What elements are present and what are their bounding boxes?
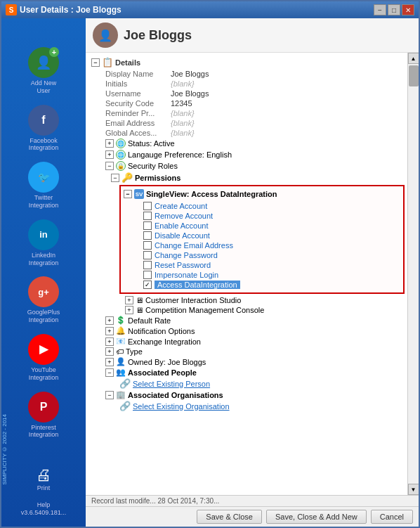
perm-checkbox-create[interactable]	[143, 202, 152, 210]
sidebar-item-youtube[interactable]: ▶ YouTubeIntegration	[1, 330, 86, 386]
perm-checkbox-access-datainteg[interactable]: ✓	[143, 281, 152, 289]
youtube-icon: ▶	[28, 334, 59, 365]
sidebar-label-facebook: FacebookIntegration	[29, 137, 59, 153]
tree-row-language: + 🌐 Langauge Preference: English	[105, 149, 405, 160]
associated-orgs-expand[interactable]: −	[105, 391, 114, 399]
scrollbar: ▲ ▼	[407, 53, 419, 495]
field-row-global-access: Global Acces... {blank}	[105, 128, 405, 138]
perm-checkbox-change-email[interactable]	[143, 241, 152, 250]
scroll-thumb[interactable]	[409, 65, 419, 86]
type-label: Type	[126, 347, 143, 356]
select-existing-org-link[interactable]: Select Existing Organisation	[133, 402, 230, 411]
notification-label: Notification Options	[128, 327, 195, 335]
sidebar-label-linkedin: LinkedInIntegration	[29, 252, 59, 267]
perm-change-email[interactable]: Change Email Address	[143, 240, 400, 250]
sidebar-item-twitter[interactable]: 🐦 TwitterIntegration	[1, 157, 86, 214]
competition-expand[interactable]: +	[125, 306, 133, 314]
email-label: Email Address	[105, 119, 169, 127]
scroll-area[interactable]: − 📋 Details Display Name Joe Bloggs Init…	[86, 53, 407, 495]
security-roles-label: Security Roles	[128, 162, 178, 170]
sidebar-item-googleplus[interactable]: g+ GooglePlusIntegration	[1, 272, 86, 328]
perm-remove-account[interactable]: Remove Account	[143, 211, 400, 221]
facebook-icon: f	[28, 105, 59, 136]
email-value: {blank}	[171, 119, 195, 127]
perm-access-datainteg[interactable]: ✓ Access DataIntegration	[143, 280, 400, 290]
save-close-add-button[interactable]: Save, Close & Add New	[266, 510, 367, 524]
language-expand[interactable]: +	[105, 150, 114, 159]
username-label: Username	[105, 89, 169, 98]
type-icon: 🏷	[116, 347, 124, 356]
perm-disable-account[interactable]: Disable Account	[143, 231, 400, 240]
status-icon: 🌐	[116, 139, 126, 148]
copyright-text: SIMPLICITY © 2002 - 2014	[1, 414, 14, 484]
customer-interaction-expand[interactable]: +	[125, 296, 133, 304]
status-expand[interactable]: +	[105, 139, 114, 148]
exchange-expand[interactable]: +	[105, 337, 114, 346]
perm-impersonate[interactable]: Impersonate Login	[143, 270, 400, 280]
window-title: User Details : Joe Bloggs	[20, 5, 122, 15]
perm-checkbox-impersonate[interactable]	[143, 271, 152, 279]
linkedin-icon: in	[28, 219, 59, 250]
security-roles-expand[interactable]: −	[105, 162, 114, 170]
sidebar-item-facebook[interactable]: f FacebookIntegration	[1, 101, 86, 157]
back-arrow[interactable]: ‹	[39, 21, 48, 41]
tree-row-customer-interaction: + 🖥 Customer Interaction Studio	[125, 295, 405, 305]
competition-label: Competition Management Console	[145, 306, 264, 314]
associated-people-label: Associated People	[128, 368, 197, 377]
sidebar-label-print: Print	[37, 484, 51, 492]
pinterest-icon: P	[28, 392, 59, 423]
perm-checkbox-remove[interactable]	[143, 212, 152, 220]
associated-people-expand[interactable]: −	[105, 368, 114, 377]
perm-enable-account[interactable]: Enable Account	[143, 221, 400, 231]
save-close-button[interactable]: Save & Close	[197, 510, 262, 524]
display-name-label: Display Name	[105, 70, 169, 78]
select-existing-person-link[interactable]: Select Existing Person	[133, 380, 210, 388]
tree-row-associated-people: − 👥 Associated People	[105, 367, 405, 378]
reminder-value: {blank}	[171, 109, 195, 117]
close-button[interactable]: ✕	[402, 4, 414, 15]
avatar: 👤	[93, 22, 118, 48]
sidebar-item-linkedin[interactable]: in LinkedInIntegration	[1, 215, 86, 271]
default-rate-icon: 💲	[116, 316, 126, 325]
sidebar-item-add-new-user[interactable]: 👤 + Add NewUser	[1, 43, 86, 99]
details-expand[interactable]: −	[91, 58, 100, 67]
owned-by-icon: 👤	[116, 357, 126, 366]
perm-checkbox-disable[interactable]	[143, 231, 152, 240]
perm-change-password[interactable]: Change Password	[143, 250, 400, 260]
perm-label-remove: Remove Account	[155, 212, 213, 220]
twitter-icon: 🐦	[28, 162, 59, 193]
perm-checkbox-change-pass[interactable]	[143, 251, 152, 259]
default-rate-expand[interactable]: +	[105, 316, 114, 325]
notification-expand[interactable]: +	[105, 327, 114, 335]
exchange-icon: 📧	[116, 337, 126, 346]
field-row-username: Username Joe Bloggs	[105, 89, 405, 98]
sidebar-label-help: Help	[37, 501, 51, 509]
owned-by-expand[interactable]: +	[105, 358, 114, 366]
customer-interaction-label: Customer Interaction Studio	[145, 296, 241, 304]
field-row-email: Email Address {blank}	[105, 118, 405, 128]
print-icon: 🖨	[36, 466, 51, 484]
perm-label-disable: Disable Account	[155, 231, 210, 240]
sidebar-item-help[interactable]: Help v3.6.5409.181...	[18, 497, 70, 521]
maximize-button[interactable]: □	[388, 4, 400, 15]
perm-checkbox-enable[interactable]	[143, 221, 152, 230]
record-status: Record last modife...	[91, 497, 156, 505]
cancel-button[interactable]: Cancel	[371, 510, 413, 524]
type-expand[interactable]: +	[105, 347, 114, 356]
security-code-value: 12345	[171, 99, 192, 108]
minimize-button[interactable]: −	[374, 4, 386, 15]
singleview-expand[interactable]: −	[124, 190, 132, 198]
sidebar-item-pinterest[interactable]: P PinterestIntegration	[1, 387, 86, 444]
perm-reset-password[interactable]: Reset Password	[143, 260, 400, 270]
sidebar-item-print[interactable]: 🖨 Print	[18, 462, 70, 496]
scroll-down-button[interactable]: ▼	[408, 484, 419, 495]
perm-create-account[interactable]: Create Account	[143, 201, 400, 211]
scroll-up-button[interactable]: ▲	[408, 53, 419, 64]
permissions-expand[interactable]: −	[111, 174, 119, 182]
tree-row-notification: + 🔔 Notification Options	[105, 326, 405, 336]
details-title: Details	[115, 58, 140, 67]
initials-value: {blank}	[171, 79, 195, 88]
user-header: 👤 Joe Bloggs	[86, 18, 419, 53]
perm-label-access-datainteg: Access DataIntegration	[155, 281, 240, 289]
perm-checkbox-reset-pass[interactable]	[143, 261, 152, 269]
